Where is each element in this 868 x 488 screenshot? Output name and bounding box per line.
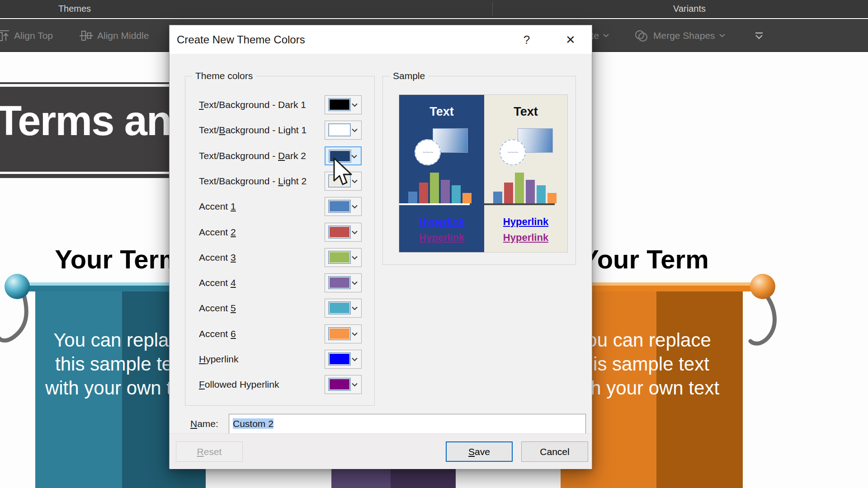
sample-text-label: Text — [484, 105, 567, 119]
color-swatch-dropdown[interactable] — [325, 248, 362, 267]
cancel-button[interactable]: Cancel — [521, 441, 588, 462]
theme-name-input[interactable]: Custom 2 — [229, 414, 586, 434]
sample-bar-chart — [406, 170, 477, 203]
align-middle-button[interactable]: Align Middle — [80, 19, 149, 52]
sample-hyperlink-text: Hyperlink — [484, 216, 567, 228]
chevron-down-icon — [352, 205, 358, 209]
align-top-button[interactable]: Align Top — [0, 19, 53, 52]
collapse-ribbon-icon — [753, 32, 765, 40]
sample-chart-bar — [504, 183, 513, 203]
color-swatch-dropdown[interactable] — [325, 95, 362, 114]
theme-color-label: Text/Background - Dark 1 — [199, 95, 306, 114]
sample-group-label: Sample — [389, 70, 429, 81]
help-button[interactable]: ? — [519, 32, 535, 48]
ribbon-group-themes: Themes — [43, 0, 106, 17]
color-swatch — [328, 200, 351, 213]
ribbon-group-label-bar: Themes Variants — [0, 0, 868, 18]
color-swatch-dropdown[interactable] — [325, 324, 362, 343]
create-new-theme-colors-dialog: Create New Theme Colors ? ✕ Theme colors… — [169, 25, 592, 469]
theme-color-label: Accent 5 — [199, 299, 236, 318]
align-top-label: Align Top — [14, 30, 53, 41]
chevron-down-icon — [352, 128, 358, 132]
merge-shapes-label: Merge Shapes — [653, 30, 715, 41]
theme-color-row: Followed Hyperlink — [185, 375, 374, 394]
sample-groupbox: Sample Text~~~HyperlinkHyperlink Text~~~… — [382, 76, 576, 265]
color-swatch-dropdown[interactable] — [325, 273, 362, 292]
chevron-down-icon — [352, 383, 358, 387]
align-middle-icon — [80, 29, 93, 42]
sample-followed-hyperlink-text: Hyperlink — [399, 232, 484, 244]
theme-colors-groupbox: Theme colors Text/Background - Dark 1Tex… — [185, 76, 375, 406]
chevron-down-icon — [719, 34, 725, 38]
collapse-ribbon-button[interactable] — [753, 19, 765, 52]
chevron-down-icon — [352, 332, 358, 336]
color-swatch — [328, 378, 351, 391]
color-swatch-dropdown[interactable] — [325, 375, 362, 394]
right-hanger-hook — [742, 289, 792, 357]
sample-chart-bar — [408, 192, 417, 203]
theme-color-row: Accent 3 — [185, 248, 374, 267]
theme-color-label: Hyperlink — [199, 350, 239, 369]
theme-name-value: Custom 2 — [233, 418, 274, 429]
chevron-down-icon — [352, 256, 358, 260]
close-icon[interactable]: ✕ — [562, 32, 579, 48]
sample-panel-light: Text~~~HyperlinkHyperlink — [484, 95, 567, 252]
color-swatch — [328, 123, 351, 136]
theme-color-label: Accent 6 — [199, 324, 236, 343]
mouse-cursor — [333, 157, 355, 188]
color-swatch — [328, 352, 351, 366]
theme-color-label: Accent 4 — [199, 273, 236, 292]
sample-chart-baseline — [484, 203, 555, 205]
sample-text-label: Text — [399, 105, 484, 119]
theme-color-row: Text/Background - Light 1 — [185, 121, 374, 140]
theme-color-row: Accent 6 — [185, 324, 374, 343]
sample-bar-chart — [491, 170, 562, 203]
theme-color-label: Followed Hyperlink — [199, 375, 279, 394]
color-swatch-dropdown[interactable] — [325, 197, 362, 216]
color-swatch-dropdown[interactable] — [325, 121, 362, 140]
align-top-icon — [0, 29, 10, 42]
color-swatch — [328, 251, 351, 264]
dialog-titlebar[interactable]: Create New Theme Colors ? ✕ — [170, 25, 592, 54]
theme-color-row: Accent 4 — [185, 273, 374, 292]
ribbon-group-divider — [492, 2, 493, 16]
chevron-down-icon — [352, 103, 358, 107]
name-label: Name: — [190, 414, 218, 434]
theme-color-row: Accent 5 — [185, 299, 374, 318]
theme-color-row: Accent 1 — [185, 197, 374, 216]
sample-chart-bar — [462, 193, 472, 203]
sample-preview: Text~~~HyperlinkHyperlink Text~~~Hyperli… — [399, 94, 568, 253]
chevron-down-icon — [352, 357, 358, 361]
color-swatch — [328, 98, 351, 111]
sample-circle-shape: ~~~ — [415, 139, 441, 165]
sample-chart-bar — [493, 192, 502, 203]
chevron-down-icon — [352, 306, 358, 310]
sample-hyperlink-text: Hyperlink — [399, 216, 484, 228]
theme-colors-group-label: Theme colors — [192, 70, 256, 81]
sample-followed-hyperlink-text: Hyperlink — [484, 232, 567, 244]
sample-chart-bar — [515, 173, 524, 203]
merge-shapes-icon — [634, 29, 649, 42]
ribbon-group-variants: Variants — [651, 0, 728, 17]
color-swatch — [328, 301, 351, 314]
color-swatch — [328, 327, 351, 340]
color-swatch-dropdown[interactable] — [325, 299, 362, 318]
sample-chart-bar — [547, 193, 557, 203]
save-button[interactable]: Save — [446, 441, 513, 462]
sample-circle-shape: ~~~ — [500, 139, 526, 165]
merge-shapes-button[interactable]: Merge Shapes — [634, 19, 725, 52]
color-swatch-dropdown[interactable] — [325, 350, 362, 369]
theme-color-label: Accent 3 — [199, 248, 236, 267]
dialog-title: Create New Theme Colors — [177, 25, 305, 54]
sample-chart-bar — [526, 180, 535, 203]
left-banner-rod — [16, 282, 171, 291]
chevron-down-icon — [603, 34, 609, 38]
theme-color-label: Accent 1 — [199, 197, 236, 216]
align-middle-label: Align Middle — [97, 30, 149, 41]
color-swatch-dropdown[interactable] — [325, 223, 362, 242]
sample-panel-dark: Text~~~HyperlinkHyperlink — [399, 95, 484, 252]
theme-color-label: Text/Background - Light 2 — [199, 172, 307, 191]
sample-chart-bar — [441, 180, 450, 203]
sample-chart-bar — [430, 173, 439, 203]
reset-button[interactable]: Reset — [176, 441, 243, 462]
